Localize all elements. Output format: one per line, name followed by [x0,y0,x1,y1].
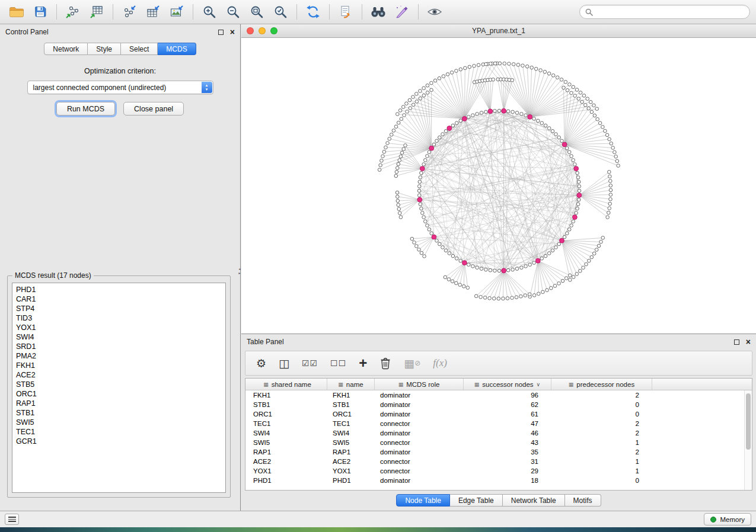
table-cell: ORC1 [327,411,375,418]
run-mcds-button[interactable]: Run MCDS [56,102,115,116]
table-row[interactable]: YOX1YOX1connector291 [248,466,744,476]
list-item[interactable]: YOX1 [12,323,225,332]
table-cell: 2 [551,392,652,399]
tab-style[interactable]: Style [88,43,121,55]
delete-column-icon[interactable] [379,357,391,370]
table-cell: STB1 [248,401,327,408]
window-close-icon[interactable] [247,27,254,34]
list-item[interactable]: PHD1 [12,285,225,294]
table-panel-title: Table Panel [247,338,284,346]
table-row[interactable]: FKH1FKH1dominator962 [248,390,744,400]
column-header[interactable]: ▦name [327,379,375,390]
float-panel-icon[interactable] [218,30,224,35]
table-row[interactable]: PHD1PHD1dominator180 [248,476,744,485]
network-canvas[interactable] [241,38,756,334]
list-item[interactable]: FKH1 [12,361,225,370]
column-header[interactable]: ▦shared name [248,379,327,390]
table-cell: SWI4 [248,430,327,437]
desktop-background [0,527,756,532]
gear-icon[interactable]: ⚙ [256,358,266,369]
list-item[interactable]: CAR1 [12,294,225,304]
table-row[interactable]: RAP1RAP1dominator352 [248,447,744,457]
memory-button[interactable]: Memory [704,513,751,525]
table-cell: YOX1 [327,467,375,475]
tab-edge-table[interactable]: Edge Table [450,494,503,507]
list-item[interactable]: STP4 [12,304,225,313]
table-row[interactable]: ACE2ACE2connector311 [248,457,744,466]
show-columns-icon[interactable]: ◫ [279,358,289,369]
tab-network[interactable]: Network [44,43,88,55]
list-item[interactable]: SWI4 [12,332,225,342]
table-cell: RAP1 [327,448,375,456]
list-item[interactable]: SWI5 [12,418,225,427]
network-titlebar[interactable]: YPA_prune.txt_1 [241,24,756,38]
save-button[interactable] [30,2,51,21]
export-table-button[interactable] [142,2,164,21]
open-button[interactable] [6,2,27,21]
mcds-result-list[interactable]: PHD1CAR1STP4TID3YOX1SWI4SRD1PMA2FKH1ACE2… [12,283,226,493]
column-header[interactable]: ▦predecessor nodes [551,379,652,390]
table-row[interactable]: SWI5SWI5connector431 [248,438,744,447]
column-header[interactable]: ▦successor nodes∨ [464,379,551,390]
export-network-button[interactable] [119,2,140,21]
select-all-icon[interactable]: ☑☑ [302,359,318,367]
window-maximize-icon[interactable] [270,27,277,34]
zoom-in-button[interactable] [199,2,220,21]
show-hide-button[interactable] [424,2,445,21]
import-table-button[interactable] [86,2,107,21]
column-type-icon: ▦ [338,382,343,387]
tab-network-table[interactable]: Network Table [503,494,565,507]
close-panel-icon[interactable]: × [746,339,751,345]
list-item[interactable]: ORC1 [12,389,225,399]
zoom-out-icon [226,5,240,19]
task-history-button[interactable] [5,514,19,525]
toolbar-separator [329,4,330,20]
table-scrollbar[interactable] [744,390,752,490]
tab-mcds[interactable]: MCDS [158,43,196,55]
float-panel-icon[interactable] [734,339,739,345]
search-input[interactable] [596,8,744,16]
table-row[interactable]: SWI4SWI4dominator462 [248,428,744,438]
close-panel-icon[interactable]: × [230,29,235,35]
table-row[interactable]: STB1STB1dominator620 [248,400,744,409]
list-item[interactable]: ACE2 [12,370,225,380]
chevron-down-icon: ∨ [537,382,541,387]
tab-motifs[interactable]: Motifs [565,494,601,507]
criterion-dropdown[interactable]: largest connected component (undirected)… [27,81,213,94]
refresh-button[interactable] [302,2,324,21]
column-type-icon: ▦ [474,382,480,387]
zoom-selected-button[interactable] [270,2,291,21]
window-minimize-icon[interactable] [259,27,266,34]
deselect-all-icon[interactable]: ☐☐ [330,359,346,367]
close-panel-button[interactable]: Close panel [123,102,184,116]
list-item[interactable]: STB1 [12,408,225,418]
network-graph[interactable] [241,38,755,333]
search-box[interactable] [579,5,750,19]
column-type-icon: ▦ [569,382,574,387]
style-wand-button[interactable] [391,2,413,21]
list-item[interactable]: SRD1 [12,342,225,351]
list-item[interactable]: TID3 [12,313,225,323]
table-row[interactable]: TEC1TEC1connector472 [248,419,744,428]
table-cell: STB1 [327,401,375,408]
list-item[interactable]: PMA2 [12,351,225,361]
tab-node-table[interactable]: Node Table [396,494,450,507]
control-panel-title: Control Panel [5,28,49,36]
splitter-handle[interactable]: ◂▸ [238,264,241,279]
toolbar-separator [362,4,362,20]
clone-network-button[interactable] [335,2,356,21]
zoom-out-button[interactable] [222,2,244,21]
column-header[interactable]: ▦MCDS role [375,379,464,390]
import-network-button[interactable] [62,2,84,21]
find-button[interactable] [368,2,389,21]
list-item[interactable]: TEC1 [12,427,225,437]
zoom-fit-button[interactable] [246,2,267,21]
scrollbar-thumb[interactable] [746,393,751,450]
export-image-button[interactable] [166,2,187,21]
list-item[interactable]: GCR1 [12,437,225,446]
table-row[interactable]: ORC1ORC1dominator610 [248,409,744,419]
add-column-icon[interactable]: + [359,356,367,370]
list-item[interactable]: RAP1 [12,399,225,408]
tab-select[interactable]: Select [121,43,158,55]
list-item[interactable]: STB5 [12,380,225,389]
